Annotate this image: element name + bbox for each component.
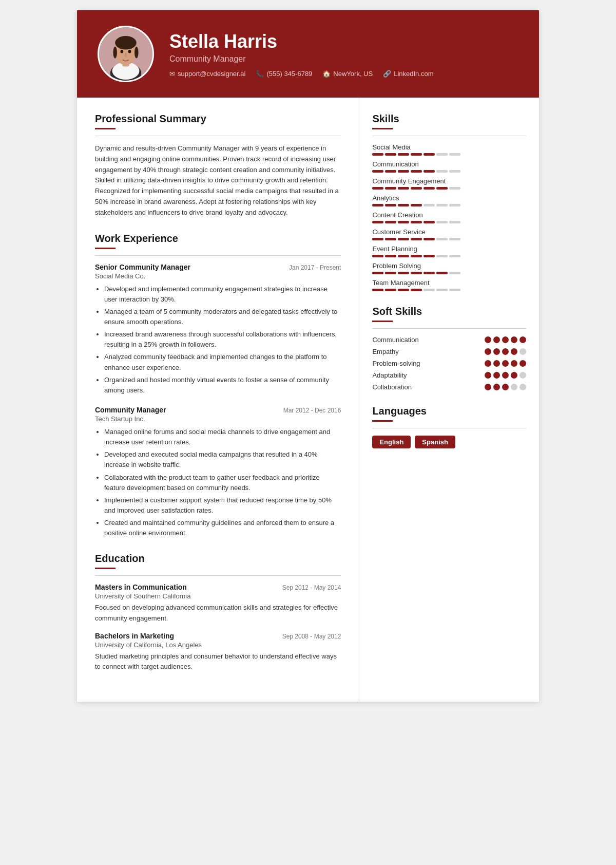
skill-bar-segment — [424, 187, 435, 190]
soft-skill-dot — [493, 336, 500, 343]
skill-bar-segment — [385, 255, 396, 257]
skill-bar-segment — [411, 238, 422, 240]
skill-bar-segment — [436, 153, 448, 156]
skill-bar-segment — [424, 289, 435, 291]
skill-name: Analytics — [372, 194, 526, 202]
skill-bar-segment — [398, 238, 409, 240]
soft-skill-name: Collaboration — [372, 383, 412, 391]
skill-bar — [372, 289, 526, 291]
languages-list: EnglishSpanish — [372, 436, 526, 448]
skill-bar-segment — [398, 272, 409, 274]
skill-bar — [372, 255, 526, 257]
summary-section: Professional Summary Dynamic and results… — [95, 113, 341, 218]
left-column: Professional Summary Dynamic and results… — [77, 98, 359, 702]
soft-skills-title: Soft Skills — [372, 306, 526, 317]
edu-desc: Studied marketing principles and consume… — [95, 651, 341, 672]
email-contact: ✉ support@cvdesigner.ai — [169, 70, 245, 78]
svg-point-8 — [121, 50, 124, 53]
skill-bar-segment — [398, 204, 409, 206]
edu-desc: Focused on developing advanced communica… — [95, 603, 341, 623]
soft-skill-dot — [502, 372, 509, 379]
soft-skill-dots — [485, 372, 526, 379]
resume-container: Stella Harris Community Manager ✉ suppor… — [77, 10, 539, 702]
soft-skill-item: Empathy — [372, 348, 526, 355]
skills-line — [372, 136, 526, 136]
resume-header: Stella Harris Community Manager ✉ suppor… — [77, 10, 539, 98]
skill-name: Communication — [372, 160, 526, 168]
language-tag: English — [372, 436, 411, 448]
soft-skill-item: Adaptability — [372, 371, 526, 379]
skill-bar-segment — [436, 272, 448, 274]
job-company: Tech Startup Inc. — [95, 415, 341, 423]
skill-bar — [372, 187, 526, 190]
soft-skill-dot — [493, 372, 500, 379]
skill-bar-segment — [372, 170, 383, 173]
svg-point-9 — [128, 50, 131, 53]
soft-skill-dot — [493, 360, 500, 367]
job-bullet: Created and maintained community guideli… — [104, 518, 341, 538]
header-info: Stella Harris Community Manager ✉ suppor… — [169, 31, 518, 78]
soft-skill-name: Communication — [372, 336, 418, 344]
skill-bar — [372, 204, 526, 206]
summary-text: Dynamic and results-driven Community Man… — [95, 143, 341, 218]
skill-bar-segment — [436, 170, 448, 173]
job-bullets: Developed and implemented community enga… — [95, 284, 341, 396]
location-contact: 🏠 NewYork, US — [322, 70, 373, 78]
edu-school: University of Southern California — [95, 592, 341, 600]
skill-bar-segment — [385, 272, 396, 274]
soft-skills-section: Soft Skills Communication Empathy Proble… — [372, 306, 526, 391]
soft-skill-dot — [511, 360, 517, 367]
skill-item: Community Engagement — [372, 177, 526, 190]
job-date: Mar 2012 - Dec 2016 — [283, 407, 341, 414]
soft-skill-dot — [502, 348, 509, 355]
svg-point-5 — [115, 36, 137, 49]
education-section: Education Masters in Communication Sep 2… — [95, 553, 341, 672]
skill-bar-segment — [398, 170, 409, 173]
email-icon: ✉ — [169, 70, 175, 78]
edu-school: University of California, Los Angeles — [95, 641, 341, 649]
skills-list: Social Media Communication Community Eng… — [372, 143, 526, 291]
phone-value: (555) 345-6789 — [266, 70, 312, 78]
job-bullet: Implemented a customer support system th… — [104, 495, 341, 516]
soft-skill-item: Collaboration — [372, 383, 526, 391]
job-item: Senior Community Manager Jan 2017 - Pres… — [95, 263, 341, 396]
skill-bar-segment — [385, 153, 396, 156]
skill-name: Content Creation — [372, 211, 526, 219]
skill-bar-segment — [372, 204, 383, 206]
experience-line — [95, 255, 341, 256]
skills-divider — [372, 128, 393, 129]
skill-bar-segment — [449, 289, 460, 291]
linkedin-contact: 🔗 LinkedIn.com — [383, 70, 433, 78]
languages-title: Languages — [372, 405, 526, 417]
skill-bar-segment — [449, 170, 460, 173]
skill-bar-segment — [385, 204, 396, 206]
skill-bar-segment — [449, 153, 460, 156]
resume-body: Professional Summary Dynamic and results… — [77, 98, 539, 702]
skill-item: Problem Solving — [372, 262, 526, 274]
skill-bar-segment — [385, 221, 396, 223]
skill-bar-segment — [411, 187, 422, 190]
skill-bar-segment — [449, 221, 460, 223]
soft-skills-divider — [372, 321, 393, 322]
skill-bar-segment — [372, 289, 383, 291]
svg-point-7 — [134, 47, 139, 59]
soft-skill-dot — [502, 384, 509, 390]
skill-item: Event Planning — [372, 245, 526, 257]
soft-skill-dot — [493, 384, 500, 390]
header-contacts: ✉ support@cvdesigner.ai 📞 (555) 345-6789… — [169, 70, 518, 78]
education-line — [95, 575, 341, 576]
experience-divider — [95, 248, 116, 249]
skill-bar-segment — [411, 255, 422, 257]
job-date: Jan 2017 - Present — [289, 264, 341, 271]
job-company: Social Media Co. — [95, 272, 341, 280]
svg-point-6 — [113, 47, 117, 59]
soft-skill-dot — [485, 372, 491, 379]
skill-name: Event Planning — [372, 245, 526, 253]
header-title: Community Manager — [169, 54, 518, 64]
experience-section: Work Experience Senior Community Manager… — [95, 233, 341, 539]
skill-bar-segment — [424, 255, 435, 257]
job-bullet: Developed and implemented community enga… — [104, 284, 341, 305]
soft-skill-dot — [485, 360, 491, 367]
skill-name: Community Engagement — [372, 177, 526, 185]
skill-bar-segment — [372, 272, 383, 274]
